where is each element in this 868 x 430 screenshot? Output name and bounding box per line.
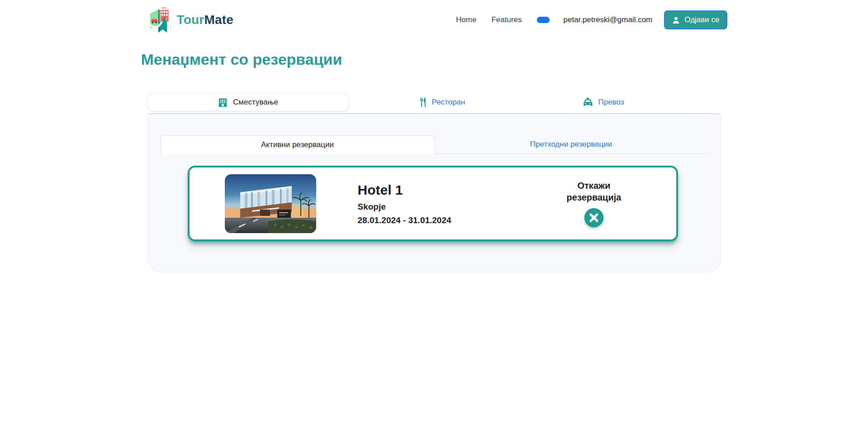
- tab-accommodation[interactable]: Сместување: [147, 93, 349, 111]
- nav-link-features[interactable]: Features: [491, 15, 522, 24]
- reservation-details: Hotel 1 Skopje 28.01.2024 - 31.01.2024: [358, 182, 451, 225]
- building-icon: [218, 97, 228, 108]
- tab-previous-reservations[interactable]: Претходни резервации: [435, 135, 708, 153]
- tab-transport-label: Превоз: [598, 98, 624, 107]
- tab-active-reservations[interactable]: Активни резервации: [161, 135, 435, 154]
- x-circle-icon: [584, 208, 603, 227]
- tab-restaurant[interactable]: Ресторан: [351, 93, 532, 111]
- logout-label: Одјави се: [684, 15, 719, 24]
- cancel-reservation-button[interactable]: [584, 208, 603, 227]
- header: HOTEL TourMate Home Features petar.petre…: [141, 0, 727, 40]
- nav-link-home[interactable]: Home: [456, 15, 476, 24]
- cancel-reservation-label: Откажи резервација: [550, 180, 638, 203]
- logout-button[interactable]: Одјави се: [664, 10, 727, 29]
- brand-name: TourMate: [177, 13, 234, 27]
- hotel-name: Hotel 1: [358, 182, 451, 199]
- hotel-city: Skopje: [358, 202, 451, 212]
- brand-logo[interactable]: HOTEL TourMate: [148, 5, 234, 34]
- reservation-card: Hotel 1 Skopje 28.01.2024 - 31.01.2024 О…: [188, 166, 678, 241]
- reservation-dates: 28.01.2024 - 31.01.2024: [358, 215, 451, 225]
- tab-accommodation-label: Сместување: [233, 98, 278, 107]
- user-email: petar.petreski@gmail.com: [564, 15, 653, 24]
- toggle-pill[interactable]: [537, 17, 550, 23]
- tab-transport[interactable]: Превоз: [513, 93, 694, 111]
- hotel-glyph: HOTEL: [160, 7, 169, 22]
- taxi-icon: [582, 97, 593, 107]
- hotel-photo: [225, 174, 316, 233]
- person-icon: [672, 16, 680, 24]
- header-nav: Home Features petar.petreski@gmail.com О…: [456, 10, 727, 29]
- tab-restaurant-label: Ресторан: [432, 98, 465, 107]
- category-tabs: Сместување Ресторан Прево: [147, 93, 721, 111]
- reservation-state-tabs: Активни резервации Претходни резервации: [161, 135, 708, 154]
- svg-text:HOTEL: HOTEL: [161, 7, 167, 9]
- utensils-icon: [418, 97, 427, 107]
- reservations-panel: Активни резервации Претходни резервации: [147, 113, 721, 272]
- map-hotel-logo-icon: HOTEL: [148, 5, 171, 34]
- page-title: Менаџмент со резервации: [141, 49, 727, 70]
- cancel-reservation-block: Откажи резервација: [550, 180, 638, 227]
